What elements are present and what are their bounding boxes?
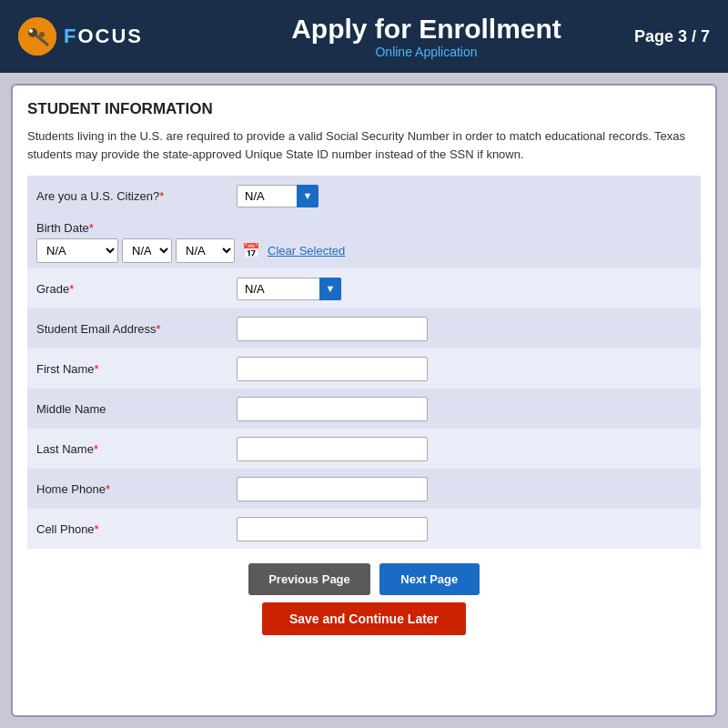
grade-dropdown[interactable]: N/A K123 4567 89101112 xyxy=(237,278,341,300)
student-email-label: Student Email Address* xyxy=(36,322,237,336)
logo-icon xyxy=(18,17,56,56)
last-name-label: Last Name* xyxy=(36,442,237,456)
previous-page-button[interactable]: Previous Page xyxy=(248,563,370,595)
cell-phone-row: Cell Phone* xyxy=(27,509,701,549)
info-text: Students living in the U.S. are required… xyxy=(27,127,701,163)
first-name-row: First Name* xyxy=(27,349,701,389)
citizen-dropdown[interactable]: N/A Yes No xyxy=(237,185,318,207)
page-indicator: Page 3 / 7 xyxy=(634,27,710,46)
cell-phone-input[interactable] xyxy=(237,517,428,541)
logo-text: FOCUS xyxy=(64,25,143,48)
clear-selected-button[interactable]: Clear Selected xyxy=(268,244,345,258)
svg-point-3 xyxy=(39,32,45,37)
middle-name-row: Middle Name xyxy=(27,389,701,429)
cell-phone-label: Cell Phone* xyxy=(36,522,237,536)
middle-name-label: Middle Name xyxy=(36,402,237,416)
birth-date-row: Birth Date* N/A JanuaryFebruaryMarch Apr… xyxy=(27,216,701,268)
save-button-row: Save and Continue Later xyxy=(27,602,701,635)
home-phone-row: Home Phone* xyxy=(27,469,701,509)
grade-select-wrapper: N/A K123 4567 89101112 ▼ xyxy=(237,278,341,300)
citizen-select-wrapper: N/A Yes No ▼ xyxy=(237,185,318,207)
last-name-row: Last Name* xyxy=(27,429,701,469)
grade-label: Grade* xyxy=(36,282,237,296)
student-email-input[interactable] xyxy=(237,317,428,341)
birth-date-label: Birth Date* xyxy=(36,221,692,235)
birth-day-select[interactable]: N/A 12345 xyxy=(122,238,172,263)
calendar-icon: 📅 xyxy=(242,242,260,260)
page-title: Apply for Enrollment xyxy=(143,14,710,45)
next-page-button[interactable]: Next Page xyxy=(379,563,480,595)
header-center: Apply for Enrollment Online Application xyxy=(143,14,710,59)
last-name-input[interactable] xyxy=(237,437,428,461)
main-form-container: STUDENT INFORMATION Students living in t… xyxy=(11,84,717,717)
birth-year-select[interactable]: N/A 200020012002 xyxy=(176,238,235,263)
first-name-label: First Name* xyxy=(36,362,237,376)
section-title: STUDENT INFORMATION xyxy=(27,100,701,118)
save-continue-button[interactable]: Save and Continue Later xyxy=(262,602,466,635)
page-subtitle: Online Application xyxy=(143,45,710,59)
home-phone-label: Home Phone* xyxy=(36,482,237,496)
grade-row: Grade* N/A K123 4567 89101112 ▼ xyxy=(27,268,701,308)
home-phone-input[interactable] xyxy=(237,477,428,501)
middle-name-input[interactable] xyxy=(237,397,428,421)
birth-month-select[interactable]: N/A JanuaryFebruaryMarch AprilMayJune Ju… xyxy=(36,238,118,263)
citizen-row: Are you a U.S. Citizen?* N/A Yes No ▼ xyxy=(27,176,701,216)
student-email-row: Student Email Address* xyxy=(27,308,701,349)
svg-point-2 xyxy=(29,29,33,33)
nav-buttons: Previous Page Next Page xyxy=(27,563,701,595)
citizen-label: Are you a U.S. Citizen?* xyxy=(36,189,237,203)
logo-area: FOCUS xyxy=(18,17,143,56)
first-name-input[interactable] xyxy=(237,357,428,381)
birth-date-container: N/A JanuaryFebruaryMarch AprilMayJune Ju… xyxy=(36,238,692,263)
app-header: FOCUS Apply for Enrollment Online Applic… xyxy=(0,0,728,73)
